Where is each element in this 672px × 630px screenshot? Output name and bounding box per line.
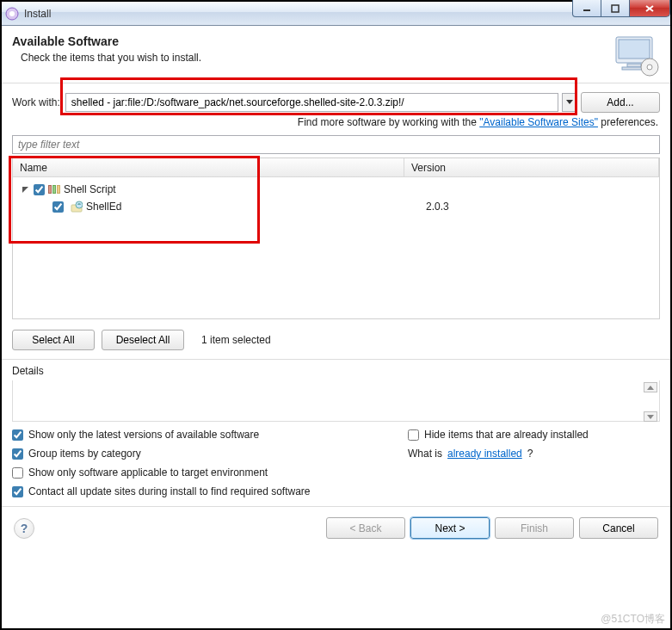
details-label: Details	[12, 365, 44, 377]
work-with-input[interactable]	[65, 93, 558, 112]
category-label: Shell Script	[64, 183, 116, 195]
cancel-button[interactable]: Cancel	[579, 517, 658, 539]
help-button[interactable]: ?	[14, 518, 34, 539]
add-button[interactable]: Add...	[581, 92, 660, 113]
option-latest-checkbox[interactable]	[12, 429, 23, 441]
eclipse-icon	[5, 7, 19, 21]
tree-item-row[interactable]: ShellEd 2.0.3	[13, 198, 659, 215]
window-title: Install	[24, 8, 51, 20]
wizard-footer: ? < Back Next > Finish Cancel	[2, 506, 670, 547]
option-target-only-checkbox[interactable]	[12, 467, 23, 479]
whatis-row: What is already installed?	[408, 448, 589, 460]
category-checkbox[interactable]	[34, 184, 45, 195]
option-contact[interactable]: Contact all update sites during install …	[12, 485, 408, 497]
item-label: ShellEd	[86, 201, 121, 213]
page-subtitle: Check the items that you wish to install…	[21, 52, 613, 64]
monitor-disc-icon	[613, 34, 660, 77]
option-group[interactable]: Group items by category	[12, 448, 408, 460]
details-scroll	[644, 382, 657, 422]
wizard-header: Available Software Check the items that …	[2, 26, 670, 83]
triangle-down-icon	[22, 186, 29, 194]
svg-rect-8	[627, 64, 641, 67]
svg-point-11	[647, 65, 652, 70]
find-more-text: Find more software by working with the "…	[2, 113, 670, 135]
deselect-all-button[interactable]: Deselect All	[102, 330, 184, 350]
svg-rect-7	[619, 40, 650, 59]
item-checkbox[interactable]	[52, 201, 64, 213]
back-button[interactable]: < Back	[326, 517, 405, 539]
titlebar[interactable]: Install	[2, 2, 670, 26]
available-software-sites-link[interactable]: "Available Software Sites"	[479, 116, 598, 128]
select-all-button[interactable]: Select All	[12, 330, 95, 350]
selection-status: 1 item selected	[201, 334, 271, 346]
scroll-up-button[interactable]	[644, 382, 657, 392]
svg-marker-16	[647, 386, 654, 390]
window-buttons	[573, 0, 670, 17]
option-target-only[interactable]: Show only software applicable to target …	[12, 466, 408, 479]
svg-rect-3	[612, 5, 619, 12]
work-with-row: Work with: Add...	[2, 83, 670, 113]
scroll-down-button[interactable]	[644, 411, 657, 422]
chevron-up-icon	[647, 386, 654, 390]
next-button[interactable]: Next >	[410, 517, 490, 539]
work-with-dropdown-button[interactable]	[562, 93, 577, 112]
tree-expander[interactable]	[20, 186, 30, 194]
selection-row: Select All Deselect All 1 item selected	[2, 319, 670, 360]
already-installed-link[interactable]: already installed	[447, 448, 522, 460]
maximize-button[interactable]	[601, 0, 630, 17]
svg-marker-12	[566, 100, 573, 104]
svg-marker-13	[22, 187, 28, 193]
chevron-down-icon	[647, 415, 654, 419]
column-header-version[interactable]: Version	[404, 158, 659, 176]
column-header-name[interactable]: Name	[13, 158, 404, 176]
option-hide-installed[interactable]: Hide items that are already installed	[408, 429, 589, 441]
watermark: @51CTO博客	[601, 612, 665, 627]
svg-point-1	[9, 11, 15, 16]
item-version: 2.0.3	[426, 201, 659, 213]
close-button[interactable]	[629, 0, 670, 17]
software-tree: Name Version Shell Script ShellEd	[12, 158, 660, 319]
chevron-down-icon	[566, 100, 573, 105]
svg-marker-17	[647, 415, 654, 419]
feature-icon	[71, 201, 83, 213]
options-panel: Show only the latest versions of availab…	[2, 422, 670, 506]
option-contact-checkbox[interactable]	[12, 486, 23, 497]
option-hide-installed-checkbox[interactable]	[408, 429, 419, 441]
work-with-label: Work with:	[12, 96, 60, 108]
minimize-button[interactable]	[572, 0, 601, 17]
option-group-checkbox[interactable]	[12, 448, 23, 460]
option-latest[interactable]: Show only the latest versions of availab…	[12, 429, 408, 441]
finish-button[interactable]: Finish	[495, 517, 574, 539]
tree-category-row[interactable]: Shell Script	[13, 181, 659, 198]
details-text-area[interactable]	[12, 380, 660, 422]
filter-input[interactable]	[12, 135, 660, 154]
category-icon	[48, 185, 60, 194]
page-title: Available Software	[12, 34, 613, 48]
